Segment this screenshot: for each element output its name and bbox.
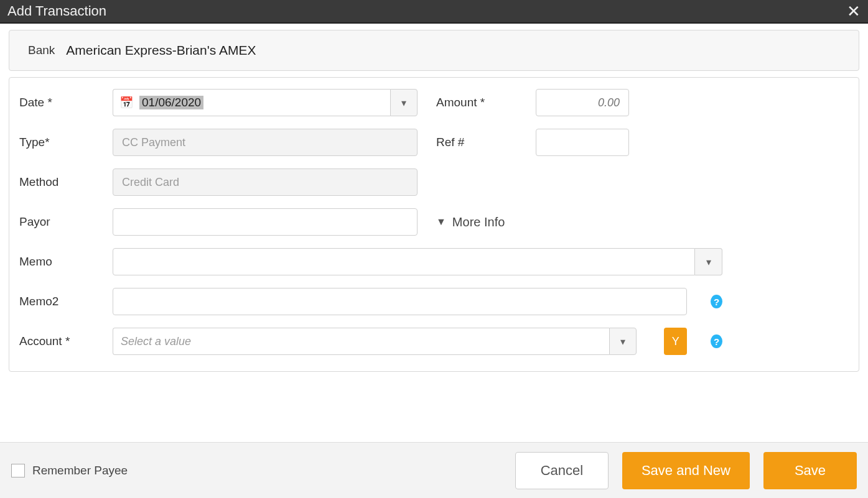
help-icon[interactable]: ?	[711, 295, 722, 308]
method-value: Credit Card	[113, 176, 179, 189]
memo-field[interactable]	[113, 248, 695, 275]
memo-input[interactable]	[113, 249, 694, 275]
chevron-down-icon: ▾	[706, 256, 711, 268]
help-icon[interactable]: ?	[711, 334, 722, 348]
account-placeholder: Select a value	[113, 335, 191, 348]
dialog-title: Add Transaction	[7, 3, 106, 19]
remember-payee-checkbox[interactable]	[11, 464, 25, 477]
bank-panel: Bank American Express-Brian's AMEX	[9, 30, 859, 71]
account-dropdown-button[interactable]: ▾	[609, 328, 637, 355]
type-value: CC Payment	[113, 136, 185, 149]
remember-payee-group: Remember Payee	[11, 464, 128, 477]
y-button[interactable]: Y	[664, 328, 687, 355]
amount-input[interactable]	[536, 90, 628, 116]
dialog-titlebar: Add Transaction ✕	[0, 0, 868, 24]
type-label: Type*	[19, 136, 100, 149]
calendar-icon: 📅	[119, 96, 133, 109]
dialog-footer: Remember Payee Cancel Save and New Save	[0, 442, 868, 498]
amount-label: Amount *	[436, 96, 523, 109]
bank-value: American Express-Brian's AMEX	[66, 43, 256, 58]
remember-payee-label: Remember Payee	[32, 464, 128, 477]
date-value[interactable]: 01/06/2020	[139, 96, 203, 109]
method-label: Method	[19, 175, 100, 189]
close-icon[interactable]: ✕	[847, 3, 861, 19]
save-button[interactable]: Save	[763, 452, 857, 489]
chevron-down-icon: ▾	[401, 97, 406, 109]
memo-label: Memo	[19, 255, 100, 269]
triangle-down-icon: ▼	[436, 216, 446, 228]
date-dropdown-button[interactable]: ▾	[390, 89, 418, 116]
type-field[interactable]: CC Payment	[113, 129, 418, 156]
cancel-button[interactable]: Cancel	[515, 452, 609, 489]
more-info-label: More Info	[452, 215, 505, 229]
save-and-new-button[interactable]: Save and New	[622, 452, 750, 489]
account-label: Account *	[19, 334, 100, 348]
memo2-field[interactable]	[113, 288, 687, 315]
payor-label: Payor	[19, 215, 100, 229]
more-info-toggle[interactable]: ▼ More Info	[436, 215, 722, 229]
payor-input[interactable]	[113, 209, 417, 235]
chevron-down-icon: ▾	[620, 336, 625, 348]
memo-dropdown-button[interactable]: ▾	[695, 248, 722, 275]
date-field[interactable]: 📅 01/06/2020 ▾	[113, 89, 418, 116]
account-field[interactable]: Select a value	[113, 328, 609, 355]
ref-label: Ref #	[436, 136, 523, 149]
method-field[interactable]: Credit Card	[113, 168, 418, 196]
form-panel: Date * 📅 01/06/2020 ▾ Amount * Type* CC …	[9, 77, 859, 372]
date-label: Date *	[19, 96, 100, 109]
memo2-input[interactable]	[113, 288, 686, 315]
ref-input[interactable]	[536, 129, 628, 155]
bank-label: Bank	[28, 44, 55, 57]
ref-field[interactable]	[536, 129, 629, 156]
amount-field[interactable]	[536, 89, 629, 116]
payor-field[interactable]	[113, 208, 418, 236]
memo2-label: Memo2	[19, 295, 100, 308]
